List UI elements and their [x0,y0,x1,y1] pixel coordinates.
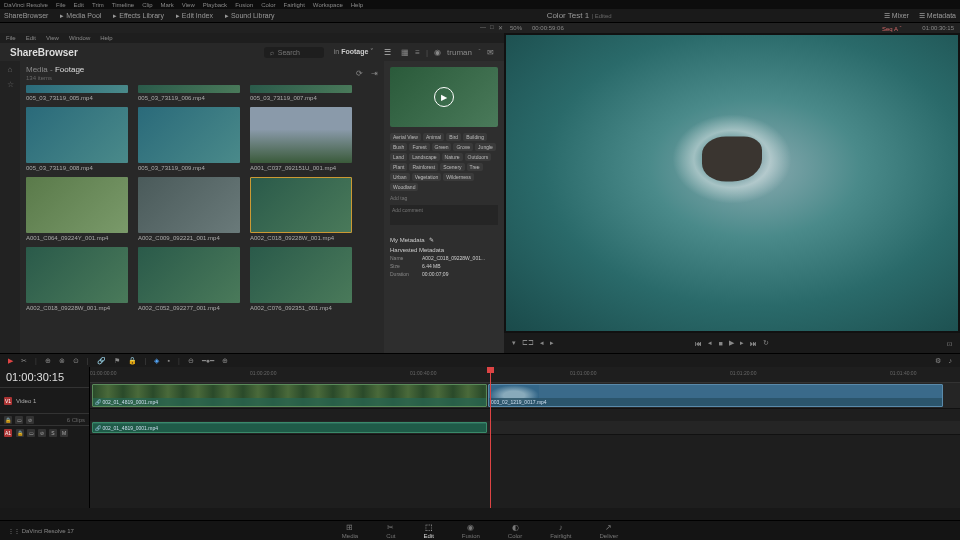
ws-sound-library[interactable]: ▸ Sound Library [225,12,275,20]
menu-file[interactable]: File [56,2,66,8]
user-name[interactable]: truman [447,48,472,57]
sb-menu-edit[interactable]: Edit [26,35,36,41]
menu-fairlight[interactable]: Fairlight [283,2,304,8]
filter-icon[interactable]: ☰ [384,48,391,57]
match-frame-icon[interactable]: ⊡ [947,341,952,347]
expand-icon[interactable]: ⇥ [371,69,378,78]
menu-help[interactable]: Help [351,2,363,8]
menu-clip[interactable]: Clip [142,2,152,8]
home-icon[interactable]: ⌂ [8,65,13,74]
tag[interactable]: Wilderness [443,173,474,181]
timeline-ruler[interactable]: 01:00:00:0001:00:20:0001:00:40:0001:01:0… [90,367,960,383]
zoom-in-icon[interactable]: ⊕ [222,357,228,365]
video-track-header[interactable]: V1 Video 1 [0,387,89,413]
thumbnail[interactable]: 005_03_73119_008.mp4 [26,107,128,171]
thumbnail[interactable]: 005_03_73119_009.mp4 [138,107,240,171]
thumbnail[interactable]: A002_C018_09228W_001.mp4 [26,247,128,311]
menu-view[interactable]: View [182,2,195,8]
ws-edit-index[interactable]: ▸ Edit Index [176,12,213,20]
add-tag[interactable]: Add tag [390,195,498,201]
tag[interactable]: Tree [467,163,483,171]
sb-menu-window[interactable]: Window [69,35,90,41]
play-button[interactable]: ▶ [729,339,734,347]
menu-fusion[interactable]: Fusion [235,2,253,8]
menu-davinci-resolve[interactable]: DaVinci Resolve [4,2,48,8]
menu-mark[interactable]: Mark [161,2,174,8]
ws-effects-library[interactable]: ▸ Effects Library [113,12,164,20]
page-edit[interactable]: ⬚Edit [423,523,433,539]
close-icon[interactable]: ✕ [498,24,503,31]
tag[interactable]: Forest [409,143,429,151]
user-icon[interactable]: ◉ [434,48,441,57]
tag[interactable]: Animal [423,133,444,141]
tag[interactable]: Aerial View [390,133,421,141]
video-clip-1[interactable]: 🔗 002_01_4819_0001.mp4 [92,384,487,407]
page-media[interactable]: ⊞Media [342,523,358,539]
edit-icon[interactable]: ✎ [429,236,434,243]
thumbnail[interactable]: A002_C076_092351_001.mp4 [250,247,352,311]
video-track-1[interactable]: 🔗 002_01_4819_0001.mp4 003_02_1219_0017.… [90,383,960,409]
thumbnail[interactable]: 005_03_73119_005.mp4 [26,85,128,101]
snap-icon[interactable]: ◈ [154,357,159,365]
link-icon[interactable]: 🔗 [97,357,106,365]
blade-tool-icon[interactable]: ✂ [21,357,27,365]
viewer-canvas[interactable] [506,35,958,331]
ws-media-pool[interactable]: ▸ Media Pool [60,12,101,20]
zoom-level[interactable]: 50% [510,25,522,31]
mixer-toggle-icon[interactable]: ♪ [949,357,953,365]
tag[interactable]: Plant [390,163,407,171]
breadcrumb[interactable]: Media - Footage [26,65,84,74]
first-frame-icon[interactable]: ⏮ [695,340,702,347]
insert-icon[interactable]: ⊕ [45,357,51,365]
timeline-options-icon[interactable]: ⚙ [935,357,941,365]
page-fairlight[interactable]: ♪Fairlight [550,523,571,539]
solo-icon[interactable]: ▭ [27,429,35,437]
refresh-icon[interactable]: ⟳ [356,69,363,78]
tag[interactable]: Jungle [475,143,496,151]
overwrite-icon[interactable]: ⊗ [59,357,65,365]
tag[interactable]: Woodland [390,183,418,191]
thumbnail[interactable]: 005_03_73119_007.mp4 [250,85,352,101]
selection-tool-icon[interactable]: ▶ [8,357,13,365]
disable-track-icon[interactable]: ⊘ [26,416,34,424]
marker-icon[interactable]: ▾ [512,339,516,347]
zoom-out-icon[interactable]: ⊖ [188,357,194,365]
tag[interactable]: Urban [390,173,410,181]
loop-icon[interactable]: ↻ [763,339,769,347]
tag[interactable]: Nature [442,153,463,161]
timeline-tracks[interactable]: 01:00:00:0001:00:20:0001:00:40:0001:01:0… [90,367,960,508]
menu-playback[interactable]: Playback [203,2,227,8]
minimize-icon[interactable]: — [480,24,486,31]
playhead[interactable] [490,367,491,508]
page-deliver[interactable]: ↗Deliver [600,523,619,539]
tag[interactable]: Land [390,153,407,161]
thumbnail[interactable]: A001_C037_092151U_001.mp4 [250,107,352,171]
menu-trim[interactable]: Trim [92,2,104,8]
tag[interactable]: Grove [453,143,473,151]
mail-icon[interactable]: ✉ [487,48,494,57]
comment-input[interactable] [390,205,498,225]
tag[interactable]: Bush [390,143,407,151]
thumbnail[interactable]: A002_C052_092277_001.mp4 [138,247,240,311]
star-icon[interactable]: ☆ [7,80,14,89]
thumbnail[interactable]: A002_C018_09228W_001.mp4 [250,177,352,241]
page-color[interactable]: ◐Color [508,523,522,539]
tag[interactable]: Outdoors [465,153,492,161]
audio-track-header[interactable]: A1 🔒 ▭ ⊘ SM [0,425,89,439]
prev-frame-icon[interactable]: ◂ [708,339,712,347]
sb-menu-file[interactable]: File [6,35,16,41]
video-clip-2[interactable]: 003_02_1219_0017.mp4 [488,384,943,407]
in-out-icon[interactable]: ⊏⊐ [522,339,534,347]
tag[interactable]: Bird [446,133,461,141]
audio-track-1[interactable]: 🔗 002_01_4819_0001.mp4 [90,421,960,435]
tag[interactable]: Landscape [409,153,439,161]
auto-select-icon[interactable]: ▭ [15,416,23,424]
menu-workspace[interactable]: Workspace [313,2,343,8]
tag[interactable]: Green [432,143,452,151]
next-clip-icon[interactable]: ▸ [550,339,554,347]
preview-thumb[interactable]: ▶ [390,67,498,127]
tag[interactable]: Building [463,133,487,141]
thumbnail[interactable]: A002_C009_092221_001.mp4 [138,177,240,241]
thumbnail[interactable]: 005_03_73119_006.mp4 [138,85,240,101]
sb-search[interactable]: ⌕ [264,47,324,58]
